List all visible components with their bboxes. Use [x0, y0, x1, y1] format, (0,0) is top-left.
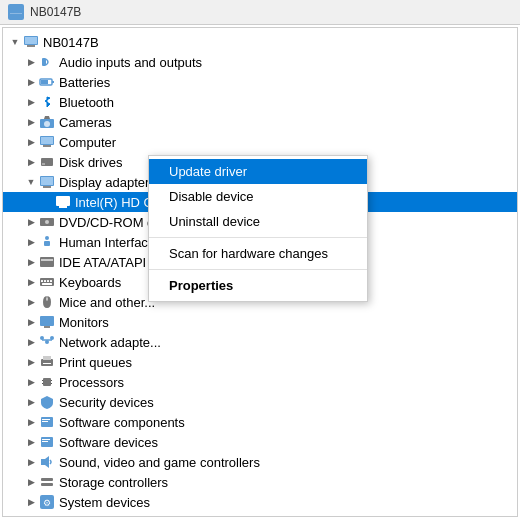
tree-item-processors[interactable]: Processors	[3, 372, 517, 392]
menu-item-scan[interactable]: Scan for hardware changes	[149, 241, 367, 266]
tree-item-audio[interactable]: Audio inputs and outputs	[3, 52, 517, 72]
expand-btn-monitors[interactable]	[23, 314, 39, 330]
expand-btn-cameras[interactable]	[23, 114, 39, 130]
icon-processors	[39, 374, 55, 390]
label-cameras: Cameras	[59, 115, 112, 130]
icon-sound	[39, 454, 55, 470]
expand-btn-ide[interactable]	[23, 254, 39, 270]
tree-item-monitors[interactable]: Monitors	[3, 312, 517, 332]
expand-btn-computer[interactable]	[23, 134, 39, 150]
expand-btn-usb[interactable]	[23, 514, 39, 517]
svg-rect-53	[42, 419, 50, 420]
expand-btn-software-dev[interactable]	[23, 434, 39, 450]
expand-btn-audio[interactable]	[23, 54, 39, 70]
svg-point-25	[45, 236, 49, 240]
svg-rect-21	[59, 206, 67, 208]
tree-item-system[interactable]: ⚙System devices	[3, 492, 517, 512]
svg-rect-14	[41, 137, 53, 144]
expand-btn-sound[interactable]	[23, 454, 39, 470]
tree-item-storage[interactable]: Storage controllers	[3, 472, 517, 492]
icon-display	[39, 174, 55, 190]
expand-btn-bluetooth[interactable]	[23, 94, 39, 110]
tree-item-cameras[interactable]: Cameras	[3, 112, 517, 132]
svg-marker-65	[44, 516, 50, 517]
expand-btn-print[interactable]	[23, 354, 39, 370]
svg-rect-6	[42, 58, 46, 66]
expand-btn-keyboards[interactable]	[23, 274, 39, 290]
label-keyboards: Keyboards	[59, 275, 121, 290]
icon-mice	[39, 294, 55, 310]
svg-marker-59	[45, 456, 49, 468]
tree-item-print[interactable]: Print queues	[3, 352, 517, 372]
icon-print	[39, 354, 55, 370]
svg-rect-8	[52, 81, 54, 83]
label-system: System devices	[59, 495, 150, 510]
label-display: Display adapters	[59, 175, 156, 190]
expand-btn-disk[interactable]	[23, 154, 39, 170]
label-software-comp: Software components	[59, 415, 185, 430]
label-human: Human Interfac...	[59, 235, 159, 250]
svg-point-24	[45, 220, 49, 224]
svg-rect-60	[41, 478, 53, 481]
svg-rect-30	[41, 280, 43, 282]
menu-item-properties[interactable]: Properties	[149, 273, 367, 298]
icon-software-comp	[39, 414, 55, 430]
menu-separator	[149, 237, 367, 238]
tree-item-software-comp[interactable]: Software components	[3, 412, 517, 432]
expand-btn-storage[interactable]	[23, 474, 39, 490]
tree-item-root[interactable]: NB0147B	[3, 32, 517, 52]
icon-ide	[39, 254, 55, 270]
svg-rect-50	[51, 380, 52, 381]
svg-point-36	[46, 298, 48, 300]
icon-keyboards	[39, 274, 55, 290]
svg-rect-45	[43, 356, 51, 360]
expand-btn-processors[interactable]	[23, 374, 39, 390]
expand-btn-network[interactable]	[23, 334, 39, 350]
icon-human	[39, 234, 55, 250]
tree-item-computer[interactable]: Computer	[3, 132, 517, 152]
icon-root	[23, 34, 39, 50]
svg-rect-27	[40, 257, 54, 267]
label-batteries: Batteries	[59, 75, 110, 90]
expand-btn-display[interactable]	[23, 174, 39, 190]
tree-item-sound[interactable]: Sound, video and game controllers	[3, 452, 517, 472]
tree-item-network[interactable]: Network adapte...	[3, 332, 517, 352]
label-audio: Audio inputs and outputs	[59, 55, 202, 70]
label-storage: Storage controllers	[59, 475, 168, 490]
svg-rect-19	[41, 177, 53, 185]
svg-rect-48	[42, 380, 43, 381]
svg-rect-26	[44, 241, 50, 246]
menu-item-update[interactable]: Update driver	[149, 159, 367, 184]
svg-rect-49	[42, 383, 43, 384]
tree-item-batteries[interactable]: Batteries	[3, 72, 517, 92]
title-bar: NB0147B	[0, 0, 520, 25]
tree-item-usb[interactable]: Universal Serial Bus controllers	[3, 512, 517, 517]
menu-item-uninstall[interactable]: Uninstall device	[149, 209, 367, 234]
expand-btn-mice[interactable]	[23, 294, 39, 310]
tree-item-software-dev[interactable]: Software devices	[3, 432, 517, 452]
svg-rect-54	[42, 421, 48, 422]
expand-btn-root[interactable]	[7, 34, 23, 50]
svg-rect-37	[40, 316, 54, 326]
svg-rect-1	[12, 16, 20, 18]
svg-rect-58	[41, 459, 45, 465]
expand-btn-dvd[interactable]	[23, 214, 39, 230]
svg-rect-16	[42, 163, 45, 165]
expand-btn-software-comp[interactable]	[23, 414, 39, 430]
tree-item-bluetooth[interactable]: Bluetooth	[3, 92, 517, 112]
tree-item-security[interactable]: Security devices	[3, 392, 517, 412]
svg-rect-28	[41, 259, 53, 261]
label-monitors: Monitors	[59, 315, 109, 330]
label-processors: Processors	[59, 375, 124, 390]
label-network: Network adapte...	[59, 335, 161, 350]
expand-btn-human[interactable]	[23, 234, 39, 250]
expand-btn-batteries[interactable]	[23, 74, 39, 90]
svg-rect-4	[27, 45, 35, 47]
menu-item-disable[interactable]: Disable device	[149, 184, 367, 209]
label-usb: Universal Serial Bus controllers	[59, 515, 240, 518]
icon-monitors	[39, 314, 55, 330]
svg-rect-0	[9, 6, 23, 16]
svg-rect-46	[43, 363, 51, 364]
expand-btn-system[interactable]	[23, 494, 39, 510]
expand-btn-security[interactable]	[23, 394, 39, 410]
